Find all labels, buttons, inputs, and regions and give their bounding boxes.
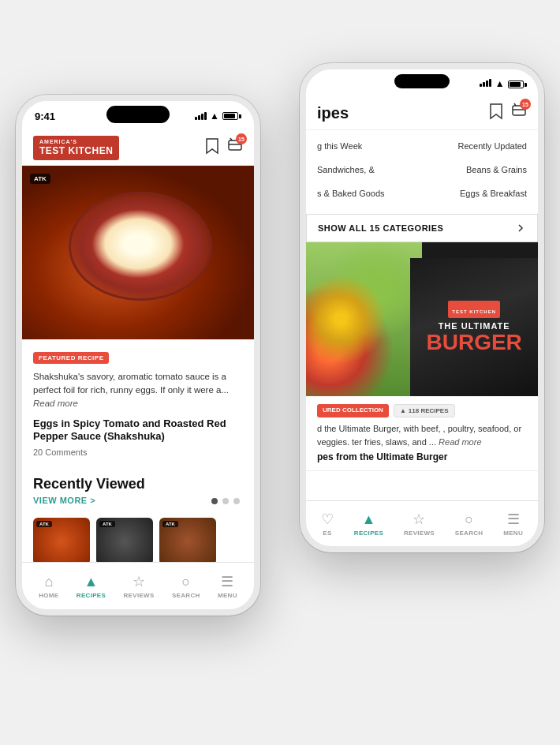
thumbnail-row: ATK ATK ATK: [33, 518, 243, 565]
nav-menu[interactable]: ☰ MENU: [218, 573, 237, 599]
reviews-icon: ☆: [133, 573, 145, 590]
burger-book-cover: TEST KITCHEN THE ULTIMATE BURGER: [410, 258, 538, 397]
thumb-item-2[interactable]: ATK: [96, 518, 153, 565]
nav-reviews-right[interactable]: ☆ REVIEWS: [404, 511, 435, 537]
nav-search-label-right: SEARCH: [455, 530, 483, 537]
status-bar-left: 9:41 ▲: [22, 101, 254, 131]
tab-baked-goods[interactable]: s & Baked Goods: [317, 185, 385, 203]
app-header-left: AMERICA'S TEST KITCHEN 15: [22, 131, 254, 166]
featured-label: FEATURED RECIPE: [33, 352, 109, 364]
phone-left: 9:41 ▲ AMERICA'S TEST KITCHEN: [16, 95, 260, 616]
bottom-nav-right: ♡ ES ▲ RECIPES ☆ REVIEWS ○ SEARCH ☰ MENU: [306, 500, 538, 546]
notifications-button-right[interactable]: 15: [511, 103, 527, 123]
show-all-button[interactable]: SHOW ALL 15 CATEGORIES: [306, 214, 538, 242]
shakshuka-image: [22, 166, 254, 339]
tab-row-3: s & Baked Goods Eggs & Breakfast: [317, 185, 527, 203]
nav-es-right[interactable]: ♡ ES: [321, 511, 334, 537]
tab-eggs[interactable]: Eggs & Breakfast: [460, 185, 527, 203]
status-icons: ▲: [195, 110, 241, 122]
menu-icon: ☰: [221, 573, 233, 590]
burger-food-image: [306, 242, 422, 396]
page-title: ipes: [317, 104, 349, 122]
battery-icon: [222, 112, 241, 120]
thumb-item-1[interactable]: ATK: [33, 518, 90, 565]
thumb-badge-1: ATK: [36, 521, 52, 527]
nav-search-right[interactable]: ○ SEARCH: [455, 511, 483, 537]
bookmark-button-right[interactable]: [489, 103, 503, 123]
nav-menu-right[interactable]: ☰ MENU: [503, 511, 523, 537]
tab-this-week[interactable]: g this Week: [317, 138, 362, 155]
nav-home[interactable]: ⌂ HOME: [39, 574, 58, 599]
phone-right: ▲ ipes 15: [300, 63, 544, 552]
collection-type-badge: URED COLLECTION: [317, 404, 389, 417]
status-time: 9:41: [35, 110, 55, 122]
categories-section: g this Week Recently Updated Sandwiches,…: [306, 130, 538, 214]
header-icons: 15: [205, 137, 243, 158]
cover-brand: TEST KITCHEN: [452, 309, 496, 314]
dot-1: [211, 498, 218, 504]
collection-badges: URED COLLECTION ▲ 118 RECIPES: [317, 404, 527, 417]
reviews-icon-right: ☆: [413, 511, 425, 528]
tab-beans[interactable]: Beans & Grains: [466, 162, 527, 179]
featured-collection-card[interactable]: TEST KITCHEN THE ULTIMATE BURGER: [306, 242, 538, 396]
cover-highlight: BURGER: [426, 331, 521, 354]
atk-logo: AMERICA'S TEST KITCHEN: [33, 136, 119, 160]
logo-small-text: AMERICA'S: [39, 139, 113, 145]
read-more-link[interactable]: Read more: [33, 399, 78, 408]
tab-sandwiches[interactable]: Sandwiches, &: [317, 162, 375, 179]
search-icon-right: ○: [465, 511, 473, 528]
nav-reviews-label: REVIEWS: [124, 592, 155, 599]
bookmark-icon-right: [489, 103, 503, 120]
nav-recipes[interactable]: ▲ RECIPES: [77, 574, 106, 599]
recipes-count-text: 118 RECIPES: [409, 407, 449, 414]
wifi-icon: ▲: [210, 110, 219, 122]
recently-viewed-section: Recently Viewed VIEW MORE > ATK ATK ATK: [22, 476, 254, 565]
recipes-icon-right: ▲: [362, 511, 376, 528]
notifications-button[interactable]: 15: [227, 137, 243, 158]
show-all-label: SHOW ALL 15 CATEGORIES: [318, 223, 443, 233]
bottom-nav-left: ⌂ HOME ▲ RECIPES ☆ REVIEWS ○ SEARCH ☰ ME…: [22, 562, 254, 609]
app-header-right: ipes 15: [306, 96, 538, 130]
tab-row-2: Sandwiches, & Beans & Grains: [317, 162, 527, 179]
nav-recipes-label-right: RECIPES: [354, 530, 383, 537]
featured-content: FEATURED RECIPE Shakshuka's savory, arom…: [22, 339, 254, 477]
collection-subtitle: pes from the Ultimate Burger: [317, 451, 527, 462]
status-bar-right: ▲: [306, 69, 538, 96]
search-icon: ○: [181, 574, 190, 590]
thumb-item-3[interactable]: ATK: [159, 518, 216, 565]
tab-recently-updated[interactable]: Recently Updated: [458, 138, 527, 155]
home-icon: ⌂: [44, 574, 53, 590]
collection-read-more[interactable]: Read more: [439, 437, 481, 447]
tab-row-1: g this Week Recently Updated: [317, 138, 527, 155]
atk-image-badge: ATK: [30, 174, 50, 184]
collection-info: URED COLLECTION ▲ 118 RECIPES d the Ulti…: [306, 396, 538, 471]
signal-icon: [195, 112, 207, 120]
menu-icon-right: ☰: [507, 511, 520, 528]
thumb-badge-3: ATK: [162, 521, 178, 527]
thumb-badge-2: ATK: [99, 521, 115, 527]
nav-recipes-label: RECIPES: [77, 592, 106, 599]
notifications-badge-right: 15: [520, 99, 531, 110]
bookmark-button[interactable]: [205, 137, 219, 158]
recipe-title: Eggs in Spicy Tomato and Roasted Red Pep…: [33, 417, 243, 444]
logo-big-text: TEST KITCHEN: [39, 145, 113, 156]
nav-menu-label: MENU: [218, 592, 237, 599]
notch-right: [394, 74, 450, 88]
recipe-icon-small: ▲: [400, 407, 406, 414]
nav-home-label: HOME: [39, 592, 58, 599]
nav-menu-label-right: MENU: [503, 530, 523, 537]
status-icons-right: ▲: [480, 76, 527, 90]
nav-reviews[interactable]: ☆ REVIEWS: [124, 573, 155, 599]
bookmark-icon: [205, 137, 219, 155]
nav-es-label: ES: [323, 530, 331, 537]
nav-search[interactable]: ○ SEARCH: [172, 574, 200, 599]
notch: [106, 106, 170, 123]
recipe-description: Shakshuka's savory, aromatic tomato sauc…: [33, 370, 243, 411]
nav-recipes-right[interactable]: ▲ RECIPES: [354, 511, 383, 537]
nav-reviews-label-right: REVIEWS: [404, 530, 435, 537]
dot-3: [233, 498, 240, 504]
recipe-comments: 20 Comments: [33, 447, 243, 457]
view-more-link[interactable]: VIEW MORE >: [33, 496, 95, 505]
recently-viewed-title: Recently Viewed: [33, 476, 243, 492]
collection-description: d the Ultimate Burger, with beef, , poul…: [317, 422, 527, 448]
